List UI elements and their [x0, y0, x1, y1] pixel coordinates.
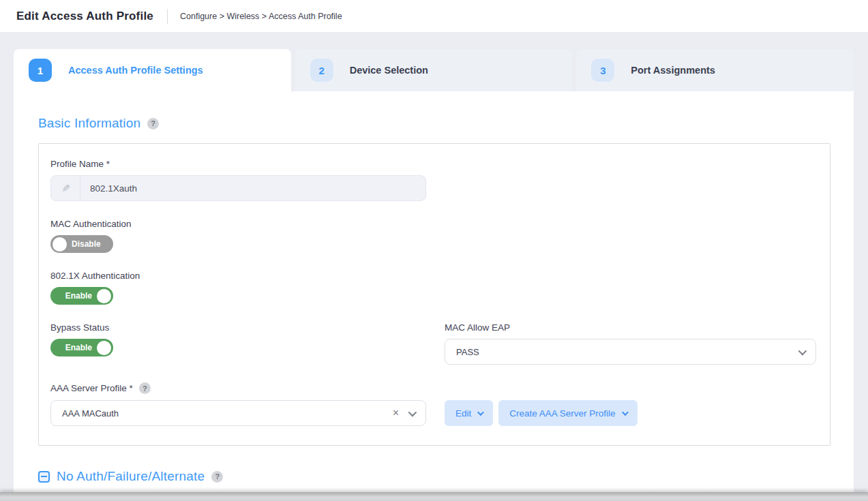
toggle-knob [97, 341, 111, 355]
help-icon[interactable]: ? [147, 118, 159, 130]
create-aaa-server-profile-button[interactable]: Create AAA Server Profile [498, 400, 637, 426]
chevron-down-icon [408, 408, 417, 416]
aaa-server-profile-label-row: AAA Server Profile * ? [50, 382, 816, 394]
tab-port-assignments[interactable]: 3 Port Assignments [576, 49, 854, 91]
bypass-status-label: Bypass Status [50, 322, 426, 333]
basic-information-panel: Profile Name * ✎ MAC Authentication Disa… [38, 143, 830, 446]
toggle-state-label: Enable [65, 291, 92, 301]
aaa-server-profile-value: AAA MACauth [62, 408, 393, 419]
toggle-state-label: Enable [65, 343, 92, 352]
chevron-down-icon [622, 409, 629, 416]
collapse-section-icon[interactable] [38, 471, 50, 483]
edit-button[interactable]: Edit [445, 400, 493, 426]
tab-label: Access Auth Profile Settings [68, 65, 203, 76]
mac-allow-eap-label: MAC Allow EAP [445, 322, 816, 333]
step-3-badge: 3 [591, 59, 614, 82]
basic-information-heading: Basic Information [38, 116, 140, 131]
step-2-badge: 2 [310, 59, 333, 82]
minus-icon [41, 476, 47, 477]
page-header: Edit Access Auth Profile Configure > Wir… [0, 0, 868, 33]
mac-authentication-toggle[interactable]: Disable [50, 235, 113, 253]
profile-name-input[interactable] [80, 183, 425, 194]
tab-device-selection[interactable]: 2 Device Selection [295, 49, 573, 91]
toggle-state-label: Disable [72, 239, 101, 249]
dot1x-authentication-toggle[interactable]: Enable [50, 287, 113, 305]
mac-authentication-label: MAC Authentication [50, 219, 816, 229]
profile-name-input-group: ✎ [50, 175, 426, 201]
bypass-status-toggle[interactable]: Enable [50, 339, 113, 356]
create-aaa-server-profile-label: Create AAA Server Profile [509, 408, 615, 419]
toggle-knob [97, 289, 111, 303]
profile-name-field-block: Profile Name * ✎ [50, 159, 816, 201]
wizard-tabs: 1 Access Auth Profile Settings 2 Device … [14, 49, 854, 91]
page-title: Edit Access Auth Profile [16, 10, 153, 23]
toggle-knob [53, 237, 67, 252]
bypass-status-field-block: Bypass Status Enable [50, 322, 426, 365]
step-1-badge: 1 [29, 59, 52, 82]
profile-name-label: Profile Name * [50, 159, 816, 169]
tab-label: Port Assignments [631, 65, 715, 76]
tab-label: Device Selection [350, 65, 428, 76]
bottom-scrollbar[interactable] [0, 492, 868, 501]
clear-selection-icon[interactable]: × [393, 407, 399, 419]
chevron-down-icon [477, 409, 484, 416]
aaa-server-profile-label: AAA Server Profile * [50, 383, 133, 393]
aaa-server-profile-field-block: AAA Server Profile * ? AAA MACauth × Edi… [50, 382, 816, 426]
dot1x-authentication-label: 802.1X Authentication [50, 271, 816, 281]
breadcrumb: Configure > Wireless > Access Auth Profi… [180, 12, 342, 21]
mac-allow-eap-field-block: MAC Allow EAP PASS [445, 322, 816, 365]
dot1x-authentication-field-block: 802.1X Authentication Enable [50, 271, 816, 305]
mac-allow-eap-value: PASS [456, 347, 798, 357]
noauth-heading: No Auth/Failure/Alternate [57, 469, 205, 484]
aaa-server-profile-select[interactable]: AAA MACauth × [50, 400, 426, 426]
mac-allow-eap-select[interactable]: PASS [445, 339, 816, 365]
mac-authentication-field-block: MAC Authentication Disable [50, 219, 816, 253]
help-icon[interactable]: ? [211, 471, 223, 483]
content-card: Basic Information ? Profile Name * ✎ MAC… [14, 91, 854, 501]
edit-pencil-addon: ✎ [51, 176, 80, 200]
chevron-down-icon [798, 346, 807, 355]
edit-button-label: Edit [455, 408, 471, 419]
tab-access-auth-profile-settings[interactable]: 1 Access Auth Profile Settings [14, 49, 291, 91]
pencil-icon: ✎ [59, 184, 72, 193]
help-icon[interactable]: ? [139, 382, 151, 394]
header-divider [167, 9, 168, 24]
